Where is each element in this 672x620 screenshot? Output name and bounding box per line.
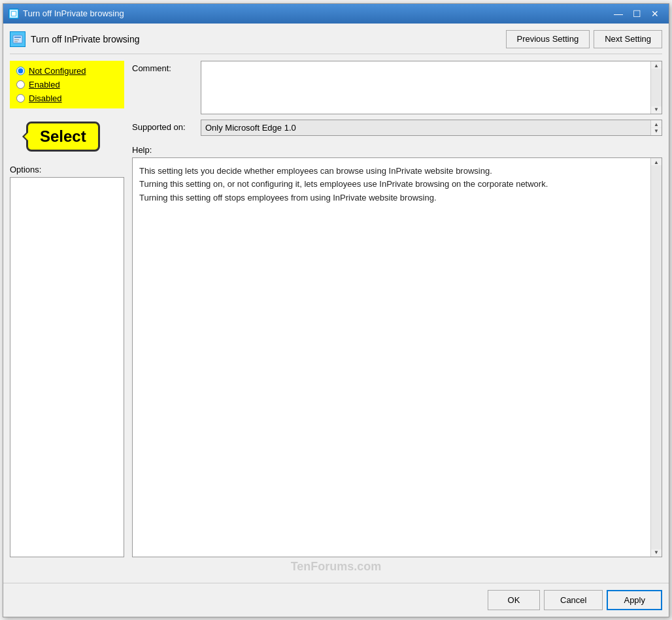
radio-disabled-input[interactable]	[16, 94, 25, 103]
header-row: Turn off InPrivate browsing Previous Set…	[10, 30, 662, 54]
apply-button[interactable]: Apply	[607, 590, 662, 610]
scroll-down-arrow2[interactable]: ▼	[654, 128, 659, 134]
scroll-up-arrow2[interactable]: ▲	[654, 122, 659, 127]
main-layout: Not Configured Enabled Disabled Select	[10, 61, 662, 557]
scroll-up-arrow3[interactable]: ▲	[654, 159, 659, 165]
cancel-button[interactable]: Cancel	[544, 590, 603, 610]
footer: OK Cancel Apply	[3, 583, 669, 617]
maximize-button[interactable]: ☐	[628, 7, 645, 20]
supported-label: Supported on:	[132, 120, 201, 132]
radio-disabled-label: Disabled	[29, 93, 62, 103]
header-title: Turn off InPrivate browsing	[31, 34, 506, 44]
svg-rect-5	[14, 41, 18, 42]
left-side: Not Configured Enabled Disabled Select	[10, 61, 124, 557]
minimize-button[interactable]: —	[610, 7, 627, 20]
title-bar-text: Turn off InPrivate browsing	[23, 8, 610, 18]
radio-not-configured-input[interactable]	[16, 67, 25, 75]
svg-rect-3	[14, 37, 21, 38]
header-icon	[10, 31, 25, 47]
scroll-down-arrow[interactable]: ▼	[654, 106, 659, 112]
supported-row: Supported on: Only Microsoft Edge 1.0 ▲ …	[132, 120, 662, 136]
comment-label: Comment:	[132, 61, 201, 73]
right-side: Comment: ▲ ▼ Supported on: Only Mic	[124, 61, 662, 557]
options-label: Options:	[10, 165, 124, 174]
svg-rect-1	[12, 12, 16, 16]
window-icon	[8, 8, 19, 19]
scroll-down-arrow3[interactable]: ▼	[654, 549, 659, 555]
options-section: Options:	[10, 152, 124, 557]
radio-enabled-input[interactable]	[16, 80, 25, 89]
scroll-up-arrow[interactable]: ▲	[654, 63, 659, 69]
close-button[interactable]: ✕	[647, 7, 664, 20]
next-setting-button[interactable]: Next Setting	[594, 30, 662, 48]
supported-scrollbar: ▲ ▼	[650, 120, 662, 135]
options-box	[10, 177, 124, 557]
main-window: Turn off InPrivate browsing — ☐ ✕ Turn o…	[3, 3, 669, 617]
scroll-track	[651, 69, 662, 106]
help-label: Help:	[132, 145, 662, 155]
help-scrollbar: ▲ ▼	[650, 158, 662, 557]
help-section: Help: This setting lets you decide wheth…	[132, 145, 662, 557]
supported-box-wrapper: Only Microsoft Edge 1.0 ▲ ▼	[201, 120, 662, 136]
supported-value: Only Microsoft Edge 1.0	[201, 120, 650, 135]
help-box-wrapper: This setting lets you decide whether emp…	[132, 157, 662, 557]
comment-row: Comment: ▲ ▼	[132, 61, 662, 114]
title-bar: Turn off InPrivate browsing — ☐ ✕	[3, 4, 669, 24]
previous-setting-button[interactable]: Previous Setting	[506, 30, 590, 48]
radio-not-configured-label: Not Configured	[29, 66, 86, 76]
select-callout: Select	[26, 122, 100, 152]
radio-enabled[interactable]: Enabled	[16, 80, 118, 90]
help-para-1: This setting lets you decide whether emp…	[139, 165, 644, 178]
title-bar-controls: — ☐ ✕	[610, 7, 664, 20]
header-buttons: Previous Setting Next Setting	[506, 30, 663, 48]
comment-textarea[interactable]	[201, 61, 650, 114]
radio-disabled[interactable]: Disabled	[16, 93, 118, 103]
help-box: This setting lets you decide whether emp…	[133, 158, 650, 557]
scroll-track3	[651, 165, 662, 549]
radio-group: Not Configured Enabled Disabled	[10, 61, 124, 108]
comment-scrollbar: ▲ ▼	[650, 61, 662, 114]
svg-rect-4	[14, 39, 19, 41]
ok-button[interactable]: OK	[488, 590, 540, 610]
radio-not-configured[interactable]: Not Configured	[16, 66, 118, 76]
help-para-2: Turning this setting on, or not configur…	[139, 178, 644, 191]
radio-enabled-label: Enabled	[29, 80, 60, 90]
watermark: TenForums.com	[10, 557, 662, 576]
comment-box-wrapper: ▲ ▼	[201, 61, 662, 114]
select-callout-wrapper: Select	[13, 115, 124, 152]
content-area: Turn off InPrivate browsing Previous Set…	[3, 24, 669, 583]
help-para-3: Turning this setting off stops employees…	[139, 191, 644, 205]
